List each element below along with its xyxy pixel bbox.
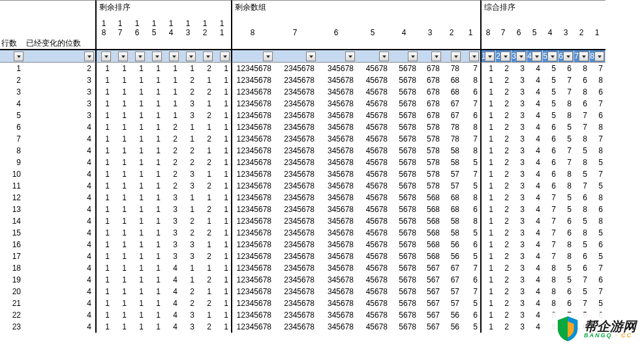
- grp-cell: 45678: [356, 192, 390, 204]
- filter-cell[interactable]: 8: [590, 50, 606, 63]
- filter-dropdown-icon[interactable]: [306, 52, 316, 61]
- seq-cell: 3: [180, 239, 197, 250]
- filter-cell[interactable]: [356, 50, 390, 63]
- seq-cell: 2: [180, 227, 197, 239]
- seq-cell: 1: [214, 86, 231, 98]
- filter-cell[interactable]: [180, 50, 197, 63]
- filter-dropdown-icon[interactable]: [203, 52, 213, 61]
- filter-dropdown-icon[interactable]: [532, 52, 542, 61]
- seq-cell: 1: [95, 63, 112, 74]
- comp-cell: 2: [496, 168, 512, 180]
- seq-cell: 2: [197, 110, 214, 121]
- filter-dropdown-icon[interactable]: [169, 52, 179, 61]
- comp-cell: 1: [480, 192, 496, 204]
- grp-cell: 45678: [356, 180, 390, 192]
- filter-cell[interactable]: [390, 50, 419, 63]
- grp-cell: 578: [419, 180, 442, 192]
- filter-cell[interactable]: 1: [480, 50, 496, 63]
- grp-cell: 6: [462, 274, 480, 286]
- seq-cell: 1: [146, 133, 163, 145]
- filter-cell[interactable]: [112, 50, 129, 63]
- grp-cell: 7: [462, 168, 480, 180]
- grp-cell: 2345678: [274, 227, 317, 239]
- seq-cell: 1: [112, 297, 129, 309]
- filter-dropdown-icon[interactable]: [135, 52, 145, 61]
- filter-cell[interactable]: [163, 50, 180, 63]
- filter-cell[interactable]: [442, 50, 462, 63]
- grp-cell: 12345678: [231, 274, 274, 286]
- filter-cell[interactable]: 3: [512, 50, 527, 63]
- seq-cell: 1: [129, 239, 146, 250]
- grp-cell: 12345678: [231, 145, 274, 157]
- filter-dropdown-icon[interactable]: [469, 52, 479, 61]
- seq-cell: 1: [95, 204, 112, 215]
- filter-cell[interactable]: 5: [543, 50, 559, 63]
- filter-dropdown-icon[interactable]: [263, 52, 273, 61]
- filter-dropdown-icon[interactable]: [594, 52, 604, 61]
- filter-cell[interactable]: [419, 50, 442, 63]
- filter-cell[interactable]: [146, 50, 163, 63]
- grp-cell: 568: [419, 239, 442, 250]
- filter-cell[interactable]: [0, 50, 25, 63]
- filter-cell[interactable]: 2: [496, 50, 512, 63]
- comp-cell: 4: [527, 168, 543, 180]
- filter-dropdown-icon[interactable]: [431, 52, 441, 61]
- filter-dropdown-icon[interactable]: [408, 52, 418, 61]
- filter-dropdown-icon[interactable]: [220, 52, 230, 61]
- filter-cell[interactable]: [95, 50, 112, 63]
- seq-cell: 1: [129, 98, 146, 110]
- comp-cell: 3: [512, 168, 527, 180]
- grp-cell: 7: [462, 63, 480, 74]
- row-index: 14: [0, 215, 25, 227]
- filter-dropdown-icon[interactable]: [84, 52, 94, 61]
- grp-cell: 12345678: [231, 168, 274, 180]
- filter-dropdown-icon[interactable]: [485, 52, 495, 61]
- grp-cell: 345678: [317, 110, 356, 121]
- row-changes: 3: [25, 74, 95, 86]
- filter-dropdown-icon[interactable]: [345, 52, 355, 61]
- filter-dropdown-icon[interactable]: [579, 52, 589, 61]
- filter-dropdown-icon[interactable]: [451, 52, 461, 61]
- grp-cell: 5678: [390, 204, 419, 215]
- seq-cell: 1: [95, 121, 112, 133]
- filter-cell[interactable]: [214, 50, 231, 63]
- grp-cell: 345678: [317, 145, 356, 157]
- header-section-2: 剩余数组: [231, 0, 480, 14]
- comp-cell: 5: [590, 180, 606, 192]
- filter-cell[interactable]: 7: [574, 50, 590, 63]
- filter-dropdown-icon[interactable]: [563, 52, 573, 61]
- filter-dropdown-icon[interactable]: [379, 52, 389, 61]
- grp-cell: 578: [419, 121, 442, 133]
- grp-cell: 68: [442, 204, 462, 215]
- grp-cell: 12345678: [231, 133, 274, 145]
- filter-cell[interactable]: 4: [527, 50, 543, 63]
- seq-cell: 1: [112, 274, 129, 286]
- header-comp-7: 7: [496, 14, 512, 37]
- filter-cell[interactable]: [462, 50, 480, 63]
- filter-cell[interactable]: [25, 50, 95, 63]
- filter-cell[interactable]: [231, 50, 274, 63]
- grp-cell: 5678: [390, 133, 419, 145]
- filter-dropdown-icon[interactable]: [118, 52, 128, 61]
- filter-cell[interactable]: [274, 50, 317, 63]
- watermark-logo: 帮企游网 BANGQ · CC: [551, 312, 640, 333]
- comp-cell: 8: [559, 239, 574, 250]
- filter-dropdown-icon[interactable]: [14, 52, 23, 61]
- filter-dropdown-icon[interactable]: [547, 52, 557, 61]
- comp-cell: 1: [480, 98, 496, 110]
- filter-cell[interactable]: 6: [559, 50, 574, 63]
- filter-dropdown-icon[interactable]: [101, 52, 111, 61]
- grp-cell: 6: [462, 239, 480, 250]
- comp-cell: 6: [543, 180, 559, 192]
- grp-cell: 45678: [356, 321, 390, 333]
- comp-cell: 7: [590, 63, 606, 74]
- filter-dropdown-icon[interactable]: [500, 52, 510, 61]
- filter-cell[interactable]: [197, 50, 214, 63]
- filter-cell[interactable]: [317, 50, 356, 63]
- filter-dropdown-icon[interactable]: [516, 52, 526, 61]
- seq-cell: 2: [197, 63, 214, 74]
- comp-cell: 4: [527, 74, 543, 86]
- filter-dropdown-icon[interactable]: [186, 52, 196, 61]
- filter-dropdown-icon[interactable]: [152, 52, 162, 61]
- filter-cell[interactable]: [129, 50, 146, 63]
